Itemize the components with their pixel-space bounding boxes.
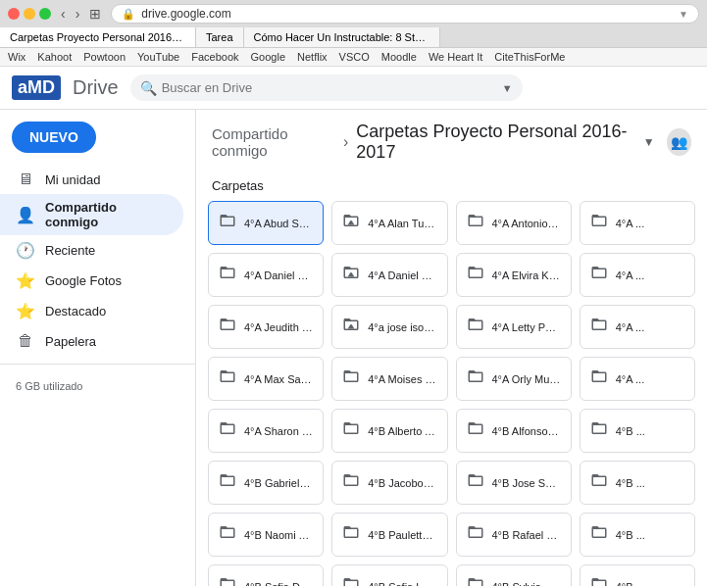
sidebar-item-shared[interactable]: 👤 Compartido conmigo: [0, 194, 183, 235]
folder-card[interactable]: 4°A Daniel Cher...: [208, 253, 324, 297]
logo-box: aMD: [12, 75, 61, 100]
folder-name: 4°B ...: [616, 529, 645, 541]
folder-card[interactable]: 4°A ...: [580, 305, 695, 349]
sidebar-item-photos[interactable]: ⭐ Google Fotos: [0, 266, 183, 296]
forward-button[interactable]: ›: [72, 4, 84, 24]
folder-card[interactable]: 4°B Jose Shamo...: [456, 461, 572, 505]
grid-button[interactable]: ⊞: [85, 4, 105, 24]
bookmark-moodle[interactable]: Moodle: [381, 51, 417, 63]
folder-card[interactable]: 4°A Letty Polica...: [456, 305, 572, 349]
browser-chrome: ‹ › ⊞ 🔒 drive.google.com ▼: [0, 0, 707, 27]
bookmark-netflix[interactable]: Netflix: [297, 51, 328, 63]
close-button[interactable]: [8, 8, 20, 20]
sidebar-item-my-drive[interactable]: 🖥 Mi unidad: [0, 165, 183, 194]
folder-icon: [219, 419, 236, 442]
folder-name: 4°B Jacobo Coh...: [368, 477, 436, 489]
folders-section-title: Carpetas: [208, 174, 695, 201]
address-text: drive.google.com: [141, 7, 230, 21]
new-button[interactable]: NUEVO: [12, 122, 96, 153]
bookmark-youtube[interactable]: YouTube: [137, 51, 179, 63]
search-bar: 🔍 ▼: [130, 74, 523, 101]
folder-card[interactable]: 4°A Abud Saad: [208, 201, 324, 245]
bookmark-kahoot[interactable]: Kahoot: [37, 51, 72, 63]
search-input[interactable]: [130, 74, 523, 101]
folder-name: 4°a jose ison mi...: [368, 321, 436, 333]
folders-grid: 4°A Abud Saad4°A Alan Tussie ...4°A Anto…: [208, 201, 695, 586]
sidebar-item-recent[interactable]: 🕐 Reciente: [0, 235, 183, 266]
folder-card[interactable]: 4°A Antonio Nak...: [456, 201, 572, 245]
lock-icon: 🔒: [122, 8, 135, 21]
folder-card[interactable]: 4°A Alan Tussie ...: [331, 201, 447, 245]
breadcrumb-parent[interactable]: Compartido conmigo: [212, 125, 335, 159]
address-bar[interactable]: 🔒 drive.google.com ▼: [111, 4, 699, 24]
breadcrumb-dropdown-icon[interactable]: ▼: [643, 135, 655, 149]
folder-card[interactable]: 4°B Naomi Atri: [208, 513, 324, 557]
folder-card[interactable]: 4°B Sofia Dabba...: [208, 564, 324, 586]
folder-card[interactable]: 4°B Sofia Leon J...: [331, 564, 447, 586]
folder-card[interactable]: 4°B ...: [580, 513, 695, 557]
shared-icon: 👤: [16, 206, 35, 224]
people-icon[interactable]: 👥: [667, 128, 691, 156]
maximize-button[interactable]: [39, 8, 51, 20]
folder-name: 4°B Alfonso Iso...: [492, 425, 561, 437]
folder-card[interactable]: 4°B ...: [580, 409, 695, 453]
bookmark-powtoon[interactable]: Powtoon: [83, 51, 126, 63]
folder-card[interactable]: 4°B ...: [580, 461, 695, 505]
sidebar-item-starred[interactable]: ⭐ Destacado: [0, 296, 183, 326]
folder-icon: [342, 368, 360, 390]
folder-name: 4°A Antonio Nak...: [492, 218, 561, 229]
browser-tabs: Carpetas Proyecto Personal 2016-2017 - G…: [0, 27, 707, 48]
folder-icon: [590, 316, 608, 338]
folder-name: 4°B Naomi Atri: [244, 529, 313, 541]
tab-tarea[interactable]: Tarea: [196, 27, 244, 47]
bookmark-facebook[interactable]: Facebook: [191, 51, 238, 63]
sidebar-label-photos: Google Fotos: [45, 273, 122, 288]
search-dropdown-icon[interactable]: ▼: [502, 82, 513, 94]
folder-name: 4°B ...: [616, 581, 645, 587]
folder-card[interactable]: 4°B ...: [580, 564, 695, 586]
folder-card[interactable]: 4°A Daniel Levy ...: [331, 253, 447, 297]
sidebar-item-trash[interactable]: 🗑 Papelera: [0, 326, 183, 356]
folder-card[interactable]: 4°B Sylvia Harar...: [456, 564, 572, 586]
logo-text: aMD: [18, 77, 55, 97]
logo-area: aMD Drive: [12, 75, 119, 100]
storage-label: 6 GB utilizado: [16, 380, 82, 392]
bookmark-wix[interactable]: Wix: [8, 51, 25, 63]
tab-instructable[interactable]: Cómo Hacer Un Instructable: 8 Steps...: [244, 27, 440, 47]
folder-icon: [467, 212, 484, 234]
folder-card[interactable]: 4°A ...: [580, 201, 695, 245]
bookmark-vsco[interactable]: VSCO: [339, 51, 370, 63]
breadcrumb-current[interactable]: Carpetas Proyecto Personal 2016-2017 ▼: [356, 122, 654, 163]
folder-icon: [219, 264, 236, 286]
folder-card[interactable]: 4°B Alberto Ami...: [331, 409, 447, 453]
folder-card[interactable]: 4°A Elvira Kassi...: [456, 253, 572, 297]
traffic-lights: [8, 8, 51, 20]
bookmark-google[interactable]: Google: [251, 51, 285, 63]
folder-card[interactable]: 4°A Max Salomo...: [208, 357, 324, 401]
folder-name: 4°A Daniel Cher...: [244, 270, 313, 281]
folder-card[interactable]: 4°a jose ison mi...: [331, 305, 447, 349]
back-button[interactable]: ‹: [57, 4, 70, 24]
folder-card[interactable]: 4°A Sharon Ham...: [208, 409, 324, 453]
folder-name: 4°B Sylvia Harar...: [492, 581, 561, 587]
folder-card[interactable]: 4°B Rafael Sirazi...: [456, 513, 572, 557]
folder-card[interactable]: 4°B Gabriel Mas...: [208, 461, 324, 505]
folder-name: 4°B ...: [616, 477, 645, 489]
tab-drive[interactable]: Carpetas Proyecto Personal 2016-2017 - G…: [0, 27, 196, 47]
folder-card[interactable]: 4°A Moises Bag...: [331, 357, 447, 401]
folder-icon: [342, 575, 360, 586]
folder-name: 4°A Orly Mustri ...: [492, 373, 561, 385]
folder-card[interactable]: 4°B Alfonso Iso...: [456, 409, 572, 453]
minimize-button[interactable]: [24, 8, 35, 20]
folder-card[interactable]: 4°B Paulette Lan...: [331, 513, 447, 557]
folder-name: 4°B Paulette Lan...: [368, 529, 436, 541]
folder-card[interactable]: 4°A Orly Mustri ...: [456, 357, 572, 401]
folder-card[interactable]: 4°A ...: [580, 253, 695, 297]
folder-card[interactable]: 4°A ...: [580, 357, 695, 401]
bookmark-citethisforme[interactable]: CiteThisForMe: [494, 51, 565, 63]
app: aMD Drive 🔍 ▼ NUEVO 🖥 Mi unidad 👤 Compar…: [0, 67, 707, 586]
folder-card[interactable]: 4°A Jeudith Cha...: [208, 305, 324, 349]
bookmark-weheartit[interactable]: We Heart It: [429, 51, 482, 63]
address-dropdown-icon[interactable]: ▼: [679, 9, 688, 20]
folder-card[interactable]: 4°B Jacobo Coh...: [331, 461, 447, 505]
